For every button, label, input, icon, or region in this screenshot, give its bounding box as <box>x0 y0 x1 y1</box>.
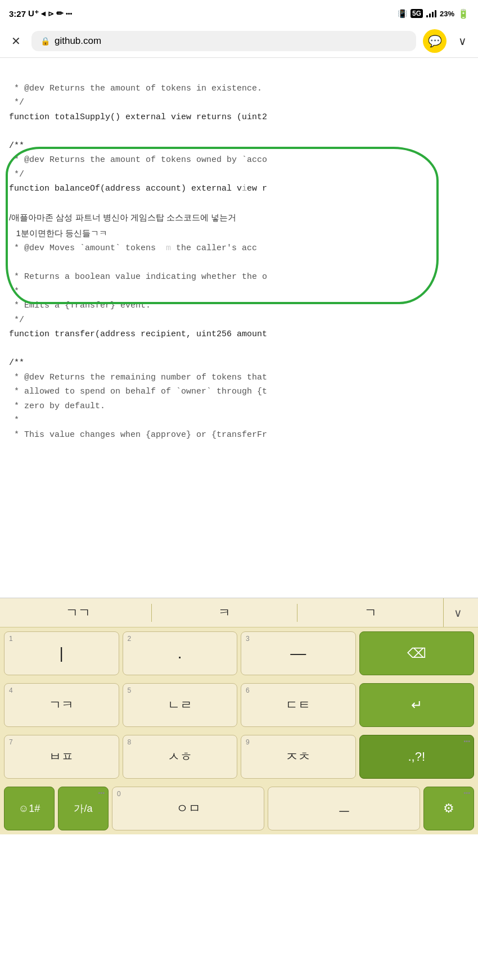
key-punctuation[interactable]: ••• .,?! <box>359 735 475 779</box>
key-2-dot[interactable]: 2 . <box>123 631 238 675</box>
code-text-block: * @dev Returns the amount of tokens in e… <box>9 67 469 457</box>
key-backspace[interactable]: ⌫ <box>359 631 475 675</box>
candidate-item-3[interactable]: ㄱ <box>297 598 443 627</box>
dots-icon: ••• <box>66 10 73 17</box>
status-indicators: 📳 5G 23% 🔋 <box>398 8 469 19</box>
keyboard: ㄱㄱ ㅋ ㄱ ∨ 1 | 2 . 3 — ⌫ 4 <box>0 598 478 834</box>
key-1-pipe[interactable]: 1 | <box>4 631 119 675</box>
signal-bars <box>426 10 436 17</box>
code-content-area: * @dev Returns the amount of tokens in e… <box>0 58 478 598</box>
battery-percent: 23% <box>440 10 454 18</box>
carrier: U⁺ <box>28 8 39 19</box>
candidate-item-2[interactable]: ㅋ <box>152 598 297 627</box>
key-space[interactable]: ㅡ <box>268 787 420 830</box>
key-8-sh[interactable]: 8 ㅅㅎ <box>123 735 238 779</box>
key-emoji-number[interactable]: ☺1# <box>4 787 55 830</box>
key-lang-switch[interactable]: ••• 가/a <box>58 787 109 830</box>
browser-menu-button[interactable]: ∨ <box>453 32 471 50</box>
close-tab-button[interactable]: ✕ <box>7 32 25 50</box>
candidate-row: ㄱㄱ ㅋ ㄱ ∨ <box>0 598 478 627</box>
key-row-2: 4 ㄱㅋ 5 ㄴㄹ 6 ㄷㅌ ↵ <box>0 679 478 731</box>
notification-button[interactable]: 💬 <box>423 29 447 53</box>
key-6-dt[interactable]: 6 ㄷㅌ <box>241 683 356 727</box>
chevron-down-icon: ∨ <box>454 606 462 620</box>
candidate-expand-button[interactable]: ∨ <box>443 598 472 627</box>
key-row-3: 7 ㅂㅍ 8 ㅅㅎ 9 ㅈㅊ ••• .,?! <box>0 731 478 783</box>
chat-icon: 💬 <box>428 34 442 48</box>
candidate-item-1[interactable]: ㄱㄱ <box>6 598 151 627</box>
key-9-jch[interactable]: 9 ㅈㅊ <box>241 735 356 779</box>
location-icon: ◂ <box>41 8 46 19</box>
return-icon: ↵ <box>411 697 422 713</box>
url-text: github.com <box>55 35 101 47</box>
key-3-dash[interactable]: 3 — <box>241 631 356 675</box>
battery-icon: 🔋 <box>458 8 469 19</box>
key-row-1: 1 | 2 . 3 — ⌫ <box>0 627 478 679</box>
key-settings[interactable]: ••• ⚙ <box>423 787 474 830</box>
browser-chrome: ✕ 🔒 github.com 💬 ∨ <box>0 25 478 58</box>
key-4-gk[interactable]: 4 ㄱㅋ <box>4 683 119 727</box>
edit-icon: ✏ <box>56 8 64 19</box>
key-return[interactable]: ↵ <box>359 683 475 727</box>
status-time-carrier: 3:27 U⁺ ◂ ⊳ ✏ ••• <box>9 8 72 19</box>
close-icon: ✕ <box>11 34 21 48</box>
arrow-icon: ⊳ <box>48 10 54 18</box>
key-5-nr[interactable]: 5 ㄴㄹ <box>123 683 238 727</box>
url-bar[interactable]: 🔒 github.com <box>31 31 416 51</box>
status-bar: 3:27 U⁺ ◂ ⊳ ✏ ••• 📳 5G 23% 🔋 <box>0 0 478 25</box>
key-7-bp[interactable]: 7 ㅂㅍ <box>4 735 119 779</box>
chevron-down-icon: ∨ <box>458 34 467 48</box>
key-0-om[interactable]: 0 ㅇㅁ <box>112 787 264 830</box>
time: 3:27 <box>9 9 26 19</box>
key-row-bottom: ☺1# ••• 가/a 0 ㅇㅁ ㅡ ••• ⚙ <box>0 783 478 834</box>
backspace-icon: ⌫ <box>407 645 426 661</box>
vibrate-icon: 📳 <box>398 9 407 18</box>
network-5g: 5G <box>411 9 423 18</box>
lock-icon: 🔒 <box>40 37 50 46</box>
